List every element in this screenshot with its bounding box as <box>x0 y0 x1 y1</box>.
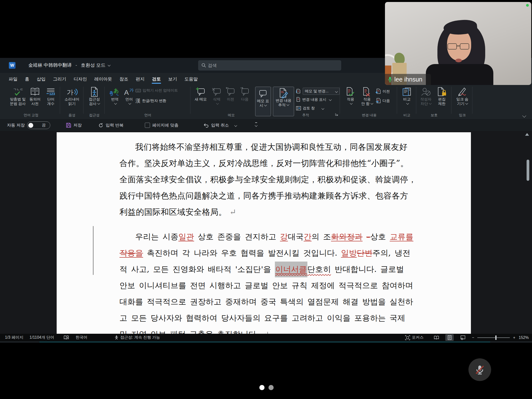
word-count-button[interactable]: 123 단어 개수 <box>40 87 61 106</box>
zoom-track[interactable] <box>477 337 510 338</box>
restrict-editing-button[interactable]: 편집 제한 <box>435 87 449 106</box>
save-button[interactable]: 저장 <box>66 119 82 131</box>
track-changes-button[interactable]: 변경 내용 추적 <box>273 87 294 116</box>
chevron-down-icon[interactable] <box>234 124 237 127</box>
chinese-paragraph[interactable]: 我们将始终不渝坚持相互尊重，促进大国协调和良性互动，同各国发展友好合作。坚决反对… <box>119 139 417 220</box>
ribbon-tab[interactable]: 도움말 <box>181 73 201 85</box>
markup-select-box[interactable]: 메모 및 변경... <box>303 88 340 95</box>
word-logo-icon[interactable]: W <box>9 62 16 69</box>
dot-active[interactable] <box>259 385 265 390</box>
zoom-slider[interactable] <box>477 334 510 341</box>
show-markup-button[interactable]: 변경 내용 표시 <box>296 97 331 102</box>
print-layout-icon <box>448 335 451 340</box>
scroll-up-arrow[interactable] <box>525 133 529 136</box>
document-line[interactable]: 우리는 시종일관 상호 존중을 견지하고 강대국간의 조화와정과 –상호 교류를 <box>119 229 417 245</box>
focus-icon <box>405 335 410 340</box>
document-line[interactable]: 全面落实全球安全倡议，积极参与全球安全规则制定，积极劝和促谈、斡旋调停， <box>119 171 417 188</box>
show-comments-button[interactable]: 메모 표 시 <box>255 87 271 116</box>
ime-dictionary-update-button[interactable]: 입력기 사전 업데이트 <box>135 88 178 93</box>
ribbon-tab[interactable]: 파일 <box>5 73 21 85</box>
word-count-indicator[interactable]: 1/1104개 단어 <box>30 334 54 341</box>
zoom-out-button[interactable]: − <box>472 334 474 341</box>
korean-paragraph[interactable]: 우리는 시종일관 상호 존중을 견지하고 강대국간의 조화와정과 –상호 교류를… <box>119 229 417 334</box>
web-layout-button[interactable] <box>459 334 467 341</box>
hangul-hanja-convert-button[interactable]: 漢 한글/한자 변환 <box>135 98 166 104</box>
new-comment-button[interactable]: 새 메모 <box>192 87 209 101</box>
accept-change-button[interactable]: 적용 <box>343 87 358 106</box>
read-mode-button[interactable] <box>432 334 441 341</box>
language-indicator[interactable]: 한국어 <box>76 334 87 341</box>
title-chevron-icon[interactable] <box>108 64 110 66</box>
previous-change-button[interactable]: 이전 <box>375 89 390 94</box>
language-button[interactable]: A 가 언어 <box>122 87 136 106</box>
document-area[interactable]: 我们将始终不渝坚持相互尊重，促进大国协调和良性互动，同各国发展友好合作。坚决反对… <box>0 131 532 334</box>
ribbon-tab[interactable]: 홈 <box>21 73 33 85</box>
save-icon <box>66 123 71 128</box>
text-run: 촉진하며 각 나라와 우호 협력을 발전시킬 것입니다. <box>143 248 341 258</box>
hide-ink-button[interactable]: 잉크 숨 기기 <box>454 87 471 106</box>
delete-comment-button[interactable]: 삭제 <box>210 87 224 106</box>
next-comment-button[interactable]: 다음 <box>238 87 252 101</box>
ribbon-tab[interactable]: 검토 <box>148 73 165 85</box>
block-authors-button[interactable]: 작성자 차단 <box>418 87 434 106</box>
scrollbar-thumb[interactable] <box>527 160 529 181</box>
webcam-overlay[interactable]: lee ihnsun <box>385 2 531 85</box>
ribbon-tab[interactable]: 그리기 <box>49 73 70 85</box>
accessibility-status[interactable]: 접근성: 계속 진행 가능 <box>115 334 160 341</box>
vertical-scrollbar[interactable] <box>527 131 531 334</box>
markup-options-dropdown[interactable]: 메모 및 변경... <box>296 88 340 95</box>
ribbon-tab[interactable]: 삽입 <box>33 73 49 85</box>
document-line[interactable]: 利益的国际和区域安全格局。 ↵ <box>119 204 417 220</box>
undo-button[interactable]: 입력 취소 <box>203 119 237 131</box>
document-line[interactable]: 및 지역 안보 패턴 구축을 촉진합니다. ↵ <box>119 326 417 334</box>
chevron-down-icon <box>97 102 100 104</box>
previous-comment-button[interactable]: 이전 <box>224 87 237 101</box>
repeat-typing-button[interactable]: 입력 반복 <box>99 119 124 131</box>
text-run: 의 조 <box>312 232 331 241</box>
tracked-change-run: 교류를 <box>390 232 413 241</box>
group-speech: 가 소리내어 읽기 음성 <box>62 86 82 118</box>
zoom-in-button[interactable]: + <box>513 334 515 341</box>
mic-muted-button[interactable] <box>468 358 491 381</box>
print-layout-button[interactable] <box>445 334 454 341</box>
chevron-down-icon <box>350 102 352 104</box>
document-line[interactable]: 고 모든 당사자와 협력하여 당사자들의 요구를 고려하고 이익을 포용하는 국… <box>119 310 417 326</box>
document-line[interactable]: 我们将始终不渝坚持相互尊重，促进大国协调和良性互动，同各国发展友好 <box>119 139 417 155</box>
ribbon-tab[interactable]: 레이아웃 <box>91 73 116 85</box>
translate-button[interactable]: a あ 번역 <box>107 87 123 106</box>
dot-inactive[interactable] <box>268 385 274 390</box>
document-line[interactable]: 대화를 적극적으로 권장하고 중재하며 중국 특색의 열점문제 해결 방법을 실… <box>119 294 417 310</box>
document-line[interactable]: 合作。坚决反对单边主义，反对冷战思维，反对一切阵营化和排他性“小圈子”。 <box>119 155 417 171</box>
chevron-down-icon <box>465 102 468 104</box>
document-line[interactable]: 践行中国特色热点问题解决之道，同各方携手推动构建兼顾各方诉求、包容各方 <box>119 188 417 204</box>
page-indicator-dots[interactable] <box>259 385 274 390</box>
autosave-toggle[interactable]: 끔 <box>27 121 50 129</box>
document-line[interactable]: 안보 이니셔티브를 전면 시행하고 글로벌 안보 규칙 제정에 적극적으로 참여… <box>119 277 417 294</box>
read-aloud-button[interactable]: 가 소리내어 읽기 <box>62 87 82 106</box>
svg-text:123: 123 <box>49 92 55 96</box>
ribbon-tab[interactable]: 보기 <box>165 73 181 85</box>
page-indicator[interactable]: 1/3 페이지 <box>5 334 23 341</box>
next-change-button[interactable]: 다음 <box>375 98 390 103</box>
reject-change-button[interactable]: 적용 안 함 <box>359 87 375 106</box>
document-line[interactable]: 작용을 촉진하며 각 나라와 우호 협력을 발전시킬 것입니다. 일방단변주의,… <box>119 245 417 261</box>
ribbon-tab[interactable]: 디자인 <box>70 73 91 85</box>
fit-to-page-checkbox[interactable]: 페이지에 맞춤 <box>145 119 179 131</box>
search-input[interactable]: 검색 <box>198 60 341 70</box>
tracked-insertion-selected: 이너서클 <box>275 262 307 277</box>
proofing-status-button[interactable] <box>64 334 69 341</box>
ribbon-tab[interactable]: 참조 <box>116 73 132 85</box>
focus-mode-button[interactable]: 포커스 <box>405 334 424 341</box>
zoom-thumb[interactable] <box>495 335 497 340</box>
reviewing-pane-button[interactable]: 검토 창 <box>296 106 324 111</box>
text-run: 대국 <box>288 232 304 241</box>
customize-quickbar-button[interactable] <box>255 119 257 131</box>
autosave-control[interactable]: 자동 저장 끔 <box>7 119 50 131</box>
accessibility-check-button[interactable]: 접근성 검사 <box>84 87 105 106</box>
compare-button[interactable]: 비교 <box>399 87 415 106</box>
ribbon-tab[interactable]: 편지 <box>132 73 148 85</box>
document-line[interactable]: 적 사고, 모든 진영화와 배타적 '소집단'을 이너서클단호히 반대합니다. … <box>119 261 417 277</box>
zoom-level[interactable]: 152% <box>519 334 529 341</box>
chevron-down-icon <box>114 102 117 104</box>
collapse-ribbon-chevron-icon[interactable] <box>522 114 526 118</box>
